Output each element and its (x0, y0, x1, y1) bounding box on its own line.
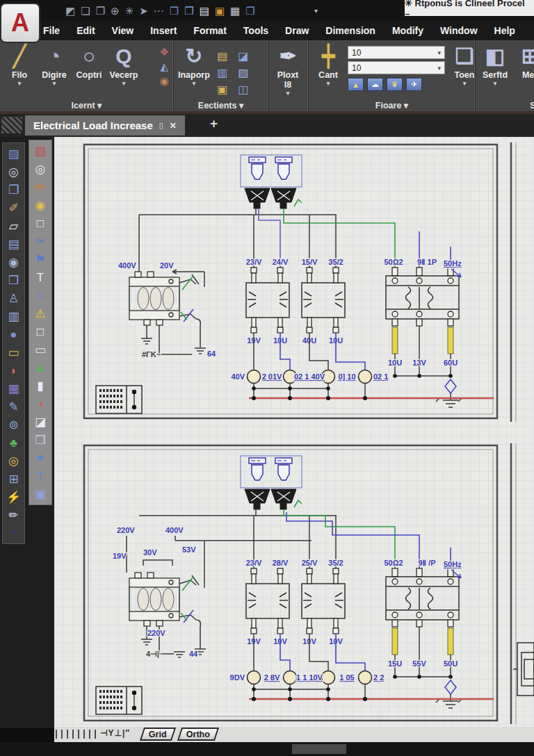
box-icon[interactable]: ▣ (29, 485, 51, 503)
qat-ellipsis-icon[interactable]: ⋯ (154, 6, 164, 16)
ortho-toggle[interactable]: Ortho (177, 728, 219, 741)
tool-plot[interactable]: ✒ Ploxt I8 ▾ (273, 42, 303, 97)
pen2-icon[interactable]: ✎ (3, 397, 24, 416)
tool-serftd[interactable]: ◧ Serftd ▾ (480, 42, 510, 88)
warning-icon[interactable]: ⚠ (29, 304, 51, 322)
pin-icon[interactable]: ⚑ (29, 250, 51, 268)
menu-file[interactable]: File (43, 25, 60, 36)
panel-label-view[interactable]: Slico (476, 101, 534, 110)
layers-flat-icon[interactable]: ▥ (3, 307, 24, 325)
reactor-2[interactable] (302, 568, 345, 634)
copy-pages-icon[interactable]: ❐ (3, 181, 24, 199)
bubbles-icon[interactable]: ⊚ (3, 416, 24, 434)
move-icon[interactable]: ❖ (160, 46, 169, 58)
scissors-icon[interactable]: ✂ (29, 232, 51, 250)
scale-combo-1[interactable]: 10 ▾ (348, 46, 445, 59)
transformer-right[interactable]: 50Ω2 9Ⅱ 1P 50Hz 10U 13V 60U (384, 258, 462, 407)
image-icon[interactable]: ▣ (214, 83, 231, 96)
spark-icon[interactable]: ✦ (29, 449, 51, 467)
tool-filo[interactable]: ╱ Filo ▾ (4, 42, 35, 88)
new-tab-button[interactable]: + (210, 116, 218, 131)
drawing-tab[interactable]: Electrical Load Increase ▯ ✕ (25, 115, 185, 135)
rotate-icon[interactable]: ◭ (160, 60, 169, 73)
zoom-icon[interactable]: ◉ (3, 253, 24, 271)
window-icon[interactable]: ⊞ (3, 470, 24, 488)
qat-leader-icon[interactable]: ➤ (139, 6, 148, 16)
book-icon[interactable]: ▤ (3, 235, 24, 253)
clover-icon[interactable]: ♣ (3, 434, 24, 452)
magnifier2-icon[interactable]: ◎ (29, 160, 51, 178)
app-logo[interactable]: A (1, 4, 39, 42)
qat-layers-icon[interactable]: ❏ (81, 6, 90, 16)
sail-icon[interactable]: ◪ (29, 413, 51, 431)
reactor-2[interactable] (302, 268, 345, 333)
save-icon[interactable]: ❒ (29, 431, 51, 449)
dial-icon[interactable]: ◉ (29, 196, 51, 214)
capsule-icon[interactable]: ▮ (29, 377, 51, 395)
tool-inaporp[interactable]: ↻ Inaporp ▾ (178, 42, 210, 96)
pen-icon[interactable]: ✐ (3, 199, 24, 217)
page-icon[interactable]: □ (29, 322, 51, 340)
text-style-icon[interactable]: ◫ (235, 83, 252, 96)
reactor-1[interactable] (246, 268, 289, 333)
hatch-icon[interactable]: ◪ (235, 49, 252, 63)
folder-icon[interactable]: ▨ (235, 66, 252, 79)
menu-dimension[interactable]: Dimension (325, 25, 375, 36)
chart-icon[interactable]: ▨ (3, 145, 24, 163)
tool-digire[interactable]: ◔ Digire ▾ (39, 42, 70, 88)
eraser-icon[interactable]: ▱ (3, 217, 24, 235)
menu-tools[interactable]: Tools (243, 25, 268, 36)
scale-combo-2[interactable]: 10 ▾ (348, 61, 445, 74)
wave-icon[interactable]: ∿ (29, 286, 51, 304)
swirl-icon[interactable]: ◔ (3, 524, 24, 542)
qat-chevron-down-icon[interactable]: ▾ (314, 7, 318, 15)
annotation-icon[interactable]: ▤ (214, 49, 231, 63)
brush-icon[interactable]: ✏ (3, 506, 24, 524)
palette-icon[interactable]: ◑ (29, 395, 51, 413)
tool-mer[interactable]: ⊞ Mer (515, 42, 534, 88)
sphere-icon[interactable]: ● (3, 325, 24, 343)
grid-toggle[interactable]: Grid (140, 728, 176, 741)
tool-vecerp[interactable]: Q Vecerp ▾ (108, 42, 139, 88)
panel-label-layers[interactable]: Fioare ▾ (309, 100, 475, 110)
qat-open-icon[interactable]: ❒ (170, 6, 179, 16)
mountain-icon[interactable]: ▲ (29, 359, 51, 377)
menu-format[interactable]: Format (193, 25, 226, 36)
reactor-1[interactable] (246, 568, 289, 634)
anchor-icon[interactable]: ⊤ (29, 467, 51, 485)
tool-coptri[interactable]: ○ Coptri (74, 42, 104, 88)
qat-export-icon[interactable]: ❒ (245, 6, 254, 16)
qat-block-icon[interactable]: ▣ (215, 6, 225, 16)
command-bar[interactable] (0, 742, 534, 756)
badge-icon[interactable]: ♙ (3, 289, 24, 307)
qat-print-icon[interactable]: ▦ (230, 6, 240, 16)
pencil-icon[interactable]: ✏ (29, 178, 51, 196)
keyboard-icon[interactable]: ▦ (3, 379, 24, 397)
panel-label-sections[interactable]: Eectients ▾ (174, 100, 268, 110)
chart-colored-icon[interactable]: ▧ (29, 142, 51, 160)
lightning-icon[interactable]: ⚡ (3, 488, 24, 506)
select-icon[interactable]: ◉ (160, 75, 169, 88)
magnifier-icon[interactable]: ◎ (3, 163, 24, 181)
drawing-canvas[interactable]: 400V 20V #ΓΚ~ 64 23/V 24/V 15/V 35/2 19V… (54, 137, 534, 728)
menu-edit[interactable]: Edit (76, 25, 95, 36)
target-icon[interactable]: ◎ (3, 452, 24, 470)
panel-label-recent[interactable]: Icernt ▾ (0, 100, 173, 110)
menu-view[interactable]: View (112, 25, 134, 36)
menu-help[interactable]: Help (494, 25, 515, 36)
text-icon[interactable]: T (29, 268, 51, 286)
square-icon[interactable]: □ (29, 214, 51, 232)
qat-osnap-icon[interactable]: ⊕ (111, 6, 120, 16)
layout-icon[interactable]: ▥ (214, 66, 231, 79)
qat-new-file-icon[interactable]: ▤ (200, 6, 209, 16)
tab-close-icon[interactable]: ✕ (170, 121, 177, 131)
marker-icon[interactable]: ◗ (3, 361, 24, 379)
folder2-icon[interactable]: ▭ (29, 340, 51, 359)
qat-copy-file-icon[interactable]: ❐ (184, 6, 193, 16)
menu-insert[interactable]: Insert (150, 25, 177, 36)
qat-polar-icon[interactable]: ✳ (125, 6, 134, 16)
mound-icon[interactable]: ▲ (348, 78, 364, 91)
jet-icon[interactable]: ✈ (406, 78, 422, 91)
qat-layers2-icon[interactable]: ❐ (96, 6, 105, 16)
menu-modify[interactable]: Modify (392, 25, 423, 36)
